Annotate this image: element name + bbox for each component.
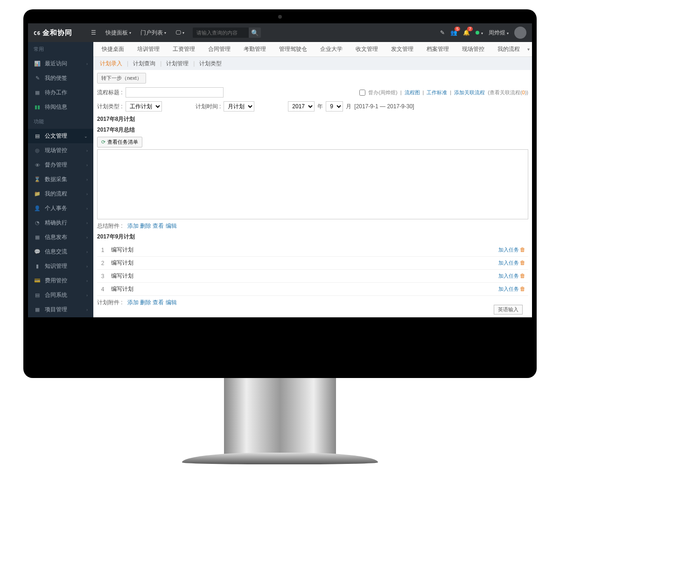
sub-tabs: 计划录入| 计划查询| 计划管理| 计划类型 [93,57,532,70]
summary-editor[interactable] [97,149,528,219]
month-select[interactable]: 9 [326,101,343,112]
delete-icon[interactable]: 🗑 [520,273,525,279]
plan-attach-label: 计划附件 : [97,299,123,306]
tab-sitectrl[interactable]: 现场管控 [456,42,490,56]
topmenu-portal[interactable]: 门户列表▾ [136,29,171,37]
add-task-link[interactable]: 加入任务 [498,247,519,252]
tab-myprocess[interactable]: 我的流程 [492,42,525,56]
edit-icon[interactable]: ✎ [440,29,445,36]
add-task-link[interactable]: 加入任务 [498,273,519,279]
subtab-query[interactable]: 计划查询 [131,60,157,68]
suboffice-checkbox[interactable] [359,90,365,96]
section-aug-summary: 2017年8月总结 [97,126,528,134]
tab-incoming[interactable]: 收文管理 [350,42,384,56]
sidebar-item-supervise[interactable]: 👁督办管理› [28,158,93,172]
tab-training[interactable]: 培训管理 [132,42,165,56]
camera-dot [278,15,282,19]
sidebar-item-km[interactable]: ▮知识管理› [28,259,93,273]
sidebar: 常用 📊最近访问› ✎我的便签 ▦待办工作 ▮▮待阅信息 功能 ▤公文管理⌄ ◎… [28,42,93,317]
sidebar-group-common: 常用 [28,42,93,56]
year-select[interactable]: 2017 [288,101,315,112]
tab-cockpit[interactable]: 管理驾驶仓 [273,42,313,56]
time-label: 计划时间 : [196,103,221,111]
sidebar-item-recent[interactable]: 📊最近访问› [28,56,93,71]
plan-row: 4编写计划加入任务🗑 [97,283,528,296]
attach-edit[interactable]: 编辑 [166,223,177,229]
sidebar-item-notes[interactable]: ✎我的便签 [28,71,93,85]
addrel-link[interactable]: 添加关联流程 [454,89,485,96]
notif-people-icon[interactable]: 👥5 [450,29,457,36]
topbar: C6金和协同 ☰ 快捷面板▾ 门户列表▾ 🖵▾ 🔍 ✎ 👥5 🔔7 ▾ 周烨煜 … [28,23,532,42]
viewrel-label[interactable]: (查看关联流程(0)) [488,89,528,96]
tab-quickdesk[interactable]: 快捷桌面 [96,42,130,56]
plan-table: 1编写计划加入任务🗑 2编写计划加入任务🗑 3编写计划加入任务🗑 4编写计划加入… [97,244,528,296]
section-aug-plan: 2017年8月计划 [97,115,528,123]
tab-outgoing[interactable]: 发文管理 [385,42,419,56]
avatar[interactable] [514,27,526,39]
search-button[interactable]: 🔍 [249,28,261,38]
main-tabs: 快捷桌面 培训管理 工资管理 合同管理 考勤管理 管理驾驶仓 企业大学 收文管理… [93,42,532,57]
sidebar-item-site[interactable]: ◎现场管控› [28,143,93,158]
suboffice-label: 督办(周烨煜) [368,89,397,96]
type-label: 计划类型 : [97,103,123,111]
plan-row: 2编写计划加入任务🗑 [97,257,528,270]
sidebar-item-personal[interactable]: 👤个人事务› [28,201,93,216]
time-select[interactable]: 月计划 [224,101,254,112]
app-logo: C6金和协同 [34,28,72,37]
attach-view[interactable]: 查看 [153,299,164,306]
sidebar-item-exec[interactable]: ◔精确执行› [28,216,93,230]
attach-add[interactable]: 添加 [127,299,139,306]
sidebar-item-todo[interactable]: ▦待办工作 [28,85,93,100]
sidebar-item-myflow[interactable]: 📁我的流程› [28,187,93,201]
tabs-more-icon[interactable]: ▾ [527,47,532,52]
sidebar-item-data[interactable]: ⌛数据采集› [28,172,93,187]
delete-icon[interactable]: 🗑 [520,246,525,253]
ime-indicator[interactable]: 英语输入 [494,305,523,315]
device-icon[interactable]: 🖵▾ [171,29,189,36]
sidebar-item-toread[interactable]: ▮▮待阅信息 [28,100,93,114]
monitor-base [182,453,378,464]
add-task-link[interactable]: 加入任务 [498,286,519,292]
sidebar-group-func: 功能 [28,114,93,129]
subtab-entry[interactable]: 计划录入 [98,60,124,68]
attach-add[interactable]: 添加 [127,223,139,229]
topmenu-quickpanel[interactable]: 快捷面板▾ [101,29,136,37]
sidebar-item-contract[interactable]: ▤合同系统› [28,288,93,302]
attach-view[interactable]: 查看 [153,223,164,229]
monitor-stand [224,378,336,462]
attach-del[interactable]: 删除 [140,223,151,229]
status-menu[interactable]: ▾ [476,29,483,36]
sidebar-item-publish[interactable]: ▦信息发布› [28,230,93,245]
search-input[interactable] [193,28,249,38]
tab-university[interactable]: 企业大学 [315,42,348,56]
tab-salary[interactable]: 工资管理 [167,42,201,56]
subtab-type[interactable]: 计划类型 [197,60,224,68]
flowchart-link[interactable]: 流程图 [405,89,420,96]
summary-attach-label: 总结附件 : [97,223,123,229]
tab-contract[interactable]: 合同管理 [203,42,236,56]
plan-row: 3编写计划加入任务🗑 [97,270,528,283]
section-sep-plan: 2017年9月计划 [97,233,528,241]
sidebar-item-exchange[interactable]: 💬信息交流› [28,245,93,259]
title-input[interactable] [126,87,224,98]
tab-attendance[interactable]: 考勤管理 [238,42,272,56]
title-label: 流程标题 : [97,89,123,97]
plan-row: 1编写计划加入任务🗑 [97,244,528,257]
user-name[interactable]: 周烨煜 ▾ [489,29,509,37]
tab-archive[interactable]: 档案管理 [421,42,455,56]
next-step-button[interactable]: 转下一步（next） [97,73,146,84]
delete-icon[interactable]: 🗑 [520,259,525,266]
standard-link[interactable]: 工作标准 [427,89,447,96]
notif-bell-icon[interactable]: 🔔7 [463,29,470,36]
type-select[interactable]: 工作计划 [126,101,162,112]
add-task-link[interactable]: 加入任务 [498,260,519,266]
sidebar-item-expense[interactable]: 💳费用管控› [28,273,93,288]
sidebar-item-docs[interactable]: ▤公文管理⌄ [28,129,93,143]
subtab-manage[interactable]: 计划管理 [164,60,190,68]
menu-toggle-icon[interactable]: ☰ [86,29,101,36]
sidebar-item-project[interactable]: ▦项目管理› [28,302,93,317]
view-tasks-button[interactable]: ⟳查看任务清单 [97,137,142,147]
delete-icon[interactable]: 🗑 [520,286,525,292]
attach-del[interactable]: 删除 [140,299,151,306]
attach-edit[interactable]: 编辑 [166,299,177,306]
